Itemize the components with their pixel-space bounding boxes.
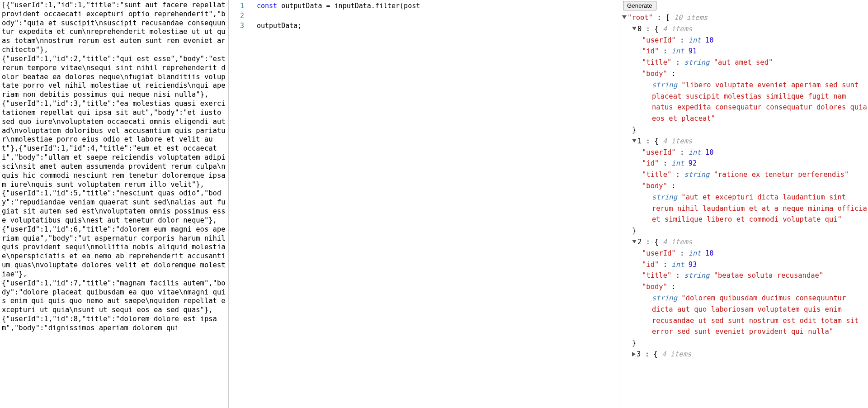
right-scroll[interactable]: "root" : [ 10 items0 : { 4 items"userId"… — [621, 11, 868, 408]
tree-field-id[interactable]: "id" : int 91 — [622, 46, 867, 57]
tree-field-userId[interactable]: "userId" : int 10 — [622, 35, 867, 46]
tree-field-userId[interactable]: "userId" : int 10 — [622, 147, 867, 158]
tree-field-body-value[interactable]: string "libero voluptate eveniet aperiam… — [622, 80, 867, 124]
caret-right-icon[interactable] — [632, 352, 636, 356]
tree-field-title[interactable]: "title" : string "aut amet sed" — [622, 57, 867, 68]
tree-field-title[interactable]: "title" : string "ratione ex tenetur per… — [622, 169, 867, 180]
tree-item-close[interactable]: } — [622, 225, 867, 237]
tree-field-title[interactable]: "title" : string "beatae soluta recusand… — [622, 270, 867, 281]
tree-field-body-key[interactable]: "body" : — [622, 180, 867, 192]
tree-item-header[interactable]: 1 : { 4 items — [622, 136, 867, 147]
left-panel: [{"userId":1,"id":1,"title":"sunt aut fa… — [0, 0, 229, 408]
tree-field-id[interactable]: "id" : int 93 — [622, 259, 867, 270]
tree-field-body-value[interactable]: string "dolorem quibusdam ducimus conseq… — [622, 293, 867, 337]
line-number: 2 — [229, 11, 254, 21]
tree-field-body-key[interactable]: "body" : — [622, 68, 867, 80]
caret-down-icon[interactable] — [632, 27, 637, 30]
generate-button[interactable]: Generate — [623, 1, 656, 10]
code-text: outputData = inputData.filter(post — [277, 2, 420, 10]
tree-field-userId[interactable]: "userId" : int 10 — [622, 248, 867, 259]
tree-item-header[interactable]: 0 : { 4 items — [622, 24, 867, 35]
input-json-raw[interactable]: [{"userId":1,"id":1,"title":"sunt aut fa… — [0, 0, 228, 334]
editor-panel: 1 2 3 const outputData = inputData.filte… — [229, 0, 621, 408]
right-panel: Generate "root" : [ 10 items0 : { 4 item… — [621, 0, 868, 408]
tree-field-id[interactable]: "id" : int 92 — [622, 158, 867, 169]
code-text: outputData; — [257, 22, 302, 30]
line-number: 1 — [229, 1, 254, 11]
code-editor[interactable]: const outputData = inputData.filter(post… — [254, 0, 621, 408]
tree-field-body-key[interactable]: "body" : — [622, 281, 867, 293]
line-number: 3 — [229, 21, 254, 31]
tree-item-header[interactable]: 3 : { 4 items — [622, 349, 867, 360]
tree-item-close[interactable]: } — [622, 124, 867, 136]
caret-down-icon[interactable] — [622, 15, 627, 19]
tree-root[interactable]: "root" : [ 10 items — [622, 12, 867, 24]
app-root: [{"userId":1,"id":1,"title":"sunt aut fa… — [0, 0, 868, 408]
left-scroll[interactable]: [{"userId":1,"id":1,"title":"sunt aut fa… — [0, 0, 228, 408]
tree-item-close[interactable]: } — [622, 337, 867, 349]
output-tree: "root" : [ 10 items0 : { 4 items"userId"… — [621, 11, 868, 369]
code-keyword: const — [257, 2, 277, 10]
caret-down-icon[interactable] — [632, 139, 637, 142]
editor-gutter: 1 2 3 — [229, 0, 254, 408]
tree-field-body-value[interactable]: string "aut et excepturi dicta laudantiu… — [622, 192, 867, 225]
caret-down-icon[interactable] — [632, 240, 637, 243]
right-toolbar: Generate — [621, 0, 868, 11]
tree-item-header[interactable]: 2 : { 4 items — [622, 237, 867, 248]
